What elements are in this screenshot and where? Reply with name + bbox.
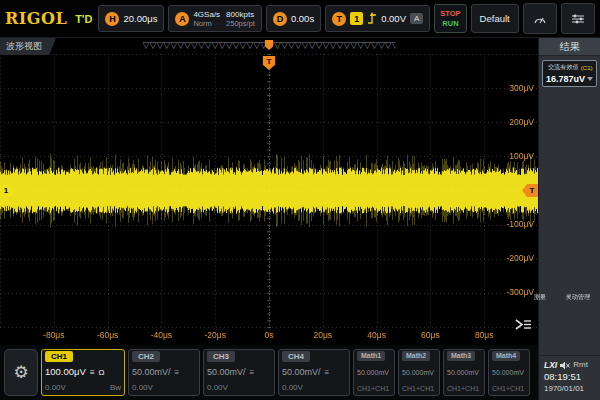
ch2-scale: 50.00mV/ <box>132 367 171 377</box>
measurement-result-card[interactable]: 交流有效值(C1) 16.787uV <box>542 60 597 87</box>
rigol-logo: RIGOL <box>5 9 67 28</box>
ch3-offset: 0.00V <box>207 383 228 393</box>
time-label: -80μs <box>43 330 64 340</box>
system-status: LXI Rmt 08:19:51 1970/01/01 <box>539 355 600 400</box>
system-date: 1970/01/01 <box>544 383 595 395</box>
results-header-label: 结果 <box>560 40 580 54</box>
math4-expression: CH1+CH1 <box>492 385 526 393</box>
results-sidebar: 结果 交流有效值(C1) 16.787uV LXI <box>538 38 600 400</box>
waveform-canvas[interactable] <box>0 54 538 345</box>
acquisition-button[interactable]: A 4GSa/s 800kpts Norm 250ps/pt <box>168 5 261 32</box>
volt-label: 100μV <box>509 152 534 161</box>
sample-resolution: 250ps/pt <box>226 19 255 28</box>
delay-badge-icon: D <box>273 12 287 26</box>
math2-expression: CH1+CH1 <box>402 385 436 393</box>
stop-label: STOP <box>440 9 460 19</box>
math-tag: Math2 <box>402 351 430 361</box>
dc-coupling-icon: ≡ <box>90 368 95 378</box>
nav-knob-button[interactable]: ⚙ <box>4 349 38 396</box>
volt-label: 200μV <box>509 118 534 127</box>
dropdown-caret-icon[interactable] <box>587 77 593 81</box>
time-label: 20μs <box>313 330 332 340</box>
volt-label: 300μV <box>509 84 534 93</box>
waveform-view-tab[interactable]: 波形视图 <box>0 38 56 55</box>
acquire-mode: Norm <box>193 19 220 28</box>
math1-expression: CH1+CH1 <box>357 385 391 393</box>
acquire-badge-icon: A <box>175 12 189 26</box>
measure-gauge-icon <box>533 14 547 24</box>
measure-label: 测量 <box>533 293 546 302</box>
channel-box-ch2[interactable]: CH2 50.00mV/ ≡ 0.00V <box>128 349 200 396</box>
time-label: -40μs <box>151 330 172 340</box>
flex-control-button[interactable]: 灵动管理 <box>561 3 595 34</box>
default-button[interactable]: Default <box>471 4 519 33</box>
trigger-badge-icon: T <box>332 12 346 26</box>
volt-label: -300μV <box>506 288 534 297</box>
math-box-1[interactable]: Math1 50.000mV CH1+CH1 <box>353 349 395 396</box>
trigger-status: T'D <box>75 13 92 25</box>
channel-tag: CH1 <box>45 351 73 362</box>
system-time: 08:19:51 <box>544 371 595 383</box>
channel-box-ch3[interactable]: CH3 50.00mV/ ≡ 0.00V <box>203 349 275 396</box>
time-label: -20μs <box>204 330 225 340</box>
horizontal-timebase-button[interactable]: H 20.00μs <box>98 5 164 32</box>
trigger-button[interactable]: T 1 0.00V A <box>325 5 430 32</box>
horizontal-badge-icon: H <box>105 12 119 26</box>
remote-label: Rmt <box>573 359 588 371</box>
waveform-view: 波形视图 ▽▽▽▽▽▽▽▽▽▽▽▽▽▽▽▽▽▽▽▽▽▽▽▽▽▽▽▽▽▽▽▽▽▽▽… <box>0 38 538 345</box>
dc-coupling-icon: ≡ <box>175 368 180 378</box>
ch4-offset: 0.00V <box>282 383 303 393</box>
sliders-icon <box>571 14 585 24</box>
run-label: RUN <box>442 19 458 29</box>
trigger-source: 1 <box>350 12 363 25</box>
impedance-icon: Ω <box>99 368 105 378</box>
result-value: 16.787uV <box>546 74 585 84</box>
acquisition-info: 4GSa/s 800kpts Norm 250ps/pt <box>193 10 254 28</box>
result-channel: (C1) <box>581 64 593 71</box>
sound-muted-icon <box>560 361 570 370</box>
default-label: Default <box>480 13 510 24</box>
time-label: 40μs <box>367 330 386 340</box>
time-label: 0s <box>265 330 274 340</box>
time-label: 80μs <box>475 330 494 340</box>
channel-bar: ⚙ CH1 100.00μV ≡ Ω 0.00V Bw CH2 <box>0 345 538 400</box>
result-label: 交流有效值 <box>548 63 579 72</box>
channel-tag: CH2 <box>132 351 160 362</box>
rising-edge-icon <box>367 12 377 25</box>
math-tag: Math1 <box>357 351 385 361</box>
results-header: 结果 <box>539 38 600 56</box>
ch3-scale: 50.00mV/ <box>207 367 246 377</box>
math1-scale: 50.000mV <box>357 369 391 377</box>
channel-box-ch1[interactable]: CH1 100.00μV ≡ Ω 0.00V Bw <box>41 349 125 396</box>
math-box-2[interactable]: Math2 50.000mV CH1+CH1 <box>398 349 440 396</box>
math-box-3[interactable]: Math3 50.000mV CH1+CH1 <box>443 349 485 396</box>
channel-tag: CH3 <box>207 351 235 362</box>
dc-coupling-icon: ≡ <box>250 368 255 378</box>
top-bar: RIGOL T'D H 20.00μs A 4GSa/s 800kpts Nor… <box>0 0 600 38</box>
flex-menu-icon[interactable] <box>514 318 532 331</box>
ch1-offset: 0.00V <box>45 383 66 393</box>
dc-coupling-icon: ≡ <box>325 368 330 378</box>
ch1-bandwidth: Bw <box>110 383 121 393</box>
math3-scale: 50.000mV <box>447 369 481 377</box>
trigger-level-value: 0.00V <box>381 13 406 24</box>
delay-button[interactable]: D 0.00s <box>266 5 321 32</box>
math3-expression: CH1+CH1 <box>447 385 481 393</box>
ch2-offset: 0.00V <box>132 383 153 393</box>
volt-label: -200μV <box>506 254 534 263</box>
math-box-4[interactable]: Math4 50.000mV CH1+CH1 <box>488 349 530 396</box>
channel-tag: CH4 <box>282 351 310 362</box>
math-tag: Math3 <box>447 351 475 361</box>
measure-button[interactable]: 测量 <box>523 3 557 34</box>
flex-control-label: 灵动管理 <box>565 293 590 302</box>
gear-icon: ⚙ <box>13 362 28 383</box>
lxi-label: LXI <box>544 359 557 371</box>
ch4-scale: 50.00mV/ <box>282 367 321 377</box>
channel-box-ch4[interactable]: CH4 50.00mV/ ≡ 0.00V <box>278 349 350 396</box>
memory-depth: 800kpts <box>226 10 255 19</box>
math4-scale: 50.000mV <box>492 369 526 377</box>
stop-run-button[interactable]: STOP RUN <box>434 4 466 33</box>
volt-label: -100μV <box>506 220 534 229</box>
time-label: -60μs <box>97 330 118 340</box>
timebase-value: 20.00μs <box>123 13 157 24</box>
